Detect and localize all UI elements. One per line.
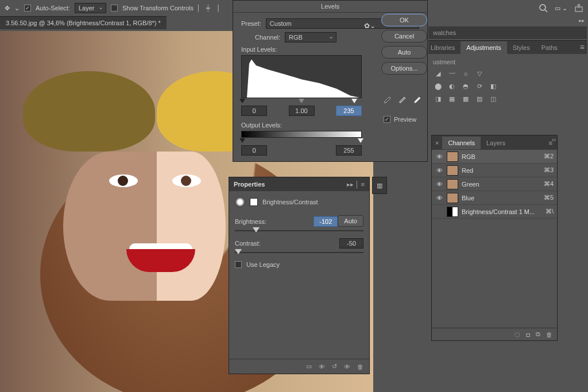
toggle-visibility-icon[interactable]: 👁: [344, 363, 350, 370]
channel-mixer-adj-icon[interactable]: ⟳: [474, 81, 485, 91]
align-center-h-icon[interactable]: ┿: [206, 5, 210, 12]
document-tab[interactable]: 3.56.50.jpg @ 34,6% (Brightness/Contrast…: [0, 16, 167, 29]
load-selection-icon[interactable]: ◌: [514, 331, 520, 338]
ok-button[interactable]: OK: [381, 14, 427, 26]
dialog-title: Levels: [233, 1, 427, 13]
clip-to-layer-icon[interactable]: ▭: [306, 363, 312, 370]
panel-collapse-icon[interactable]: ‹‹: [552, 137, 556, 143]
black-point-eyedropper-icon[interactable]: [384, 95, 393, 105]
photo-filter-adj-icon[interactable]: ◓: [461, 81, 471, 91]
view-previous-icon[interactable]: 👁: [319, 363, 325, 370]
histogram[interactable]: [241, 55, 362, 98]
auto-select-checkbox[interactable]: [24, 5, 31, 11]
delete-channel-icon[interactable]: 🗑: [546, 331, 552, 338]
delete-adjustment-icon[interactable]: 🗑: [357, 363, 363, 370]
invert-adj-icon[interactable]: ◨: [433, 94, 443, 103]
tool-preset-dropdown[interactable]: ⌄: [14, 5, 20, 12]
visibility-icon[interactable]: 👁: [435, 181, 443, 188]
properties-dock-icon: ▥: [377, 182, 382, 189]
hue-sat-adj-icon[interactable]: ⬤: [433, 81, 443, 91]
vibrance-adj-icon[interactable]: ◧: [488, 81, 498, 91]
channel-row[interactable]: Brightness/Contrast 1 M...⌘\: [432, 205, 557, 219]
contrast-slider[interactable]: [235, 252, 363, 253]
brightness-slider[interactable]: [235, 230, 363, 231]
midtone-slider-handle[interactable]: [299, 99, 304, 103]
channel-row[interactable]: 👁Green⌘4: [432, 177, 557, 191]
channel-row[interactable]: 👁Blue⌘5: [432, 191, 557, 205]
highlight-slider-handle[interactable]: [351, 99, 357, 103]
shadow-slider-handle[interactable]: [239, 99, 245, 103]
levels-adj-icon[interactable]: ◢: [433, 69, 443, 78]
visibility-icon[interactable]: 👁: [435, 153, 443, 160]
color-balance-adj-icon[interactable]: ◐: [447, 81, 457, 91]
output-highlight-handle[interactable]: [358, 138, 363, 143]
contrast-field[interactable]: [339, 238, 363, 249]
levels-button-column: OK Cancel Auto Options...: [381, 14, 427, 75]
tab-adjustments[interactable]: Adjustments: [461, 41, 507, 54]
gray-point-eyedropper-icon[interactable]: [399, 95, 408, 105]
input-midtone-field[interactable]: [289, 106, 315, 116]
panel-menu-icon[interactable]: ≡: [580, 42, 585, 52]
threshold-adj-icon[interactable]: ▩: [461, 94, 471, 103]
input-shadow-field[interactable]: [241, 106, 267, 116]
auto-select-target-dropdown[interactable]: Layer: [75, 3, 106, 13]
auto-button[interactable]: Auto: [381, 46, 427, 59]
new-channel-icon[interactable]: ⧉: [536, 331, 540, 338]
input-levels-slider[interactable]: [241, 99, 362, 103]
show-transform-label: Show Transform Controls: [122, 5, 194, 11]
posterize-adj-icon[interactable]: ▦: [447, 94, 457, 103]
save-selection-icon[interactable]: ◘: [526, 331, 530, 338]
triangle-adj-icon[interactable]: ▽: [474, 69, 485, 78]
tab-layers[interactable]: Layers: [481, 137, 511, 149]
visibility-icon[interactable]: 👁: [435, 195, 443, 201]
screen-mode-icon[interactable]: ▭ ⌄: [555, 5, 567, 12]
input-highlight-field[interactable]: [336, 106, 362, 116]
selective-color-adj-icon[interactable]: ◫: [488, 94, 498, 103]
output-shadow-field[interactable]: [241, 145, 267, 156]
properties-panel: Properties ▸▸ │ ≡ Brightness/Contrast Au…: [229, 177, 370, 374]
white-point-eyedropper-icon[interactable]: [413, 95, 423, 105]
output-levels-slider[interactable]: [241, 138, 362, 143]
channel-shortcut: ⌘\: [546, 208, 554, 215]
use-legacy-checkbox[interactable]: [235, 261, 242, 268]
align-left-icon[interactable]: ▏: [198, 5, 203, 12]
gradient-map-adj-icon[interactable]: ▨: [474, 94, 485, 103]
curves-adj-icon[interactable]: 〰: [447, 69, 457, 78]
channel-dropdown[interactable]: RGB: [285, 32, 336, 42]
preset-options-icon[interactable]: ✿⌄: [364, 22, 376, 30]
show-transform-checkbox[interactable]: [111, 5, 118, 11]
visibility-icon[interactable]: 👁: [435, 167, 443, 174]
brightness-field[interactable]: [314, 216, 338, 227]
brightness-slider-handle[interactable]: [253, 227, 260, 232]
search-icon[interactable]: [539, 3, 548, 13]
collapse-icon[interactable]: ▸▸: [579, 17, 585, 24]
output-highlight-field[interactable]: [336, 145, 362, 156]
move-tool-icon[interactable]: ✥: [5, 5, 10, 12]
adjustment-name: Brightness/Contrast: [262, 199, 318, 205]
brightness-contrast-icon: [235, 197, 245, 207]
cancel-button[interactable]: Cancel: [381, 30, 427, 42]
contrast-slider-handle[interactable]: [235, 249, 242, 254]
tab-libraries[interactable]: Libraries: [428, 41, 461, 54]
tab-styles[interactable]: Styles: [507, 41, 536, 54]
svg-line-1: [545, 10, 547, 12]
channel-row[interactable]: 👁RGB⌘2: [432, 150, 557, 164]
properties-collapse-icon[interactable]: ▸▸ │ ≡: [347, 181, 365, 188]
close-panel-icon[interactable]: ×: [432, 139, 442, 146]
reset-icon[interactable]: ↺: [332, 363, 337, 370]
channel-row[interactable]: 👁Red⌘3: [432, 164, 557, 177]
mask-thumbnail[interactable]: [250, 198, 258, 206]
tab-channels[interactable]: Channels: [442, 137, 480, 149]
preview-checkbox[interactable]: [384, 116, 390, 123]
align-right-icon[interactable]: ▕: [214, 5, 218, 12]
swatches-tab-partial[interactable]: watches: [428, 26, 587, 39]
properties-panel-dock-icon[interactable]: ▥: [372, 177, 387, 194]
tab-paths[interactable]: Paths: [536, 41, 563, 54]
output-shadow-handle[interactable]: [239, 138, 245, 143]
properties-auto-button[interactable]: Auto: [338, 215, 363, 227]
channel-name: Red: [462, 167, 540, 174]
share-icon[interactable]: [574, 3, 583, 13]
exposure-adj-icon[interactable]: ☼: [461, 69, 471, 78]
options-button[interactable]: Options...: [381, 62, 427, 75]
channel-name: Brightness/Contrast 1 M...: [462, 208, 542, 215]
